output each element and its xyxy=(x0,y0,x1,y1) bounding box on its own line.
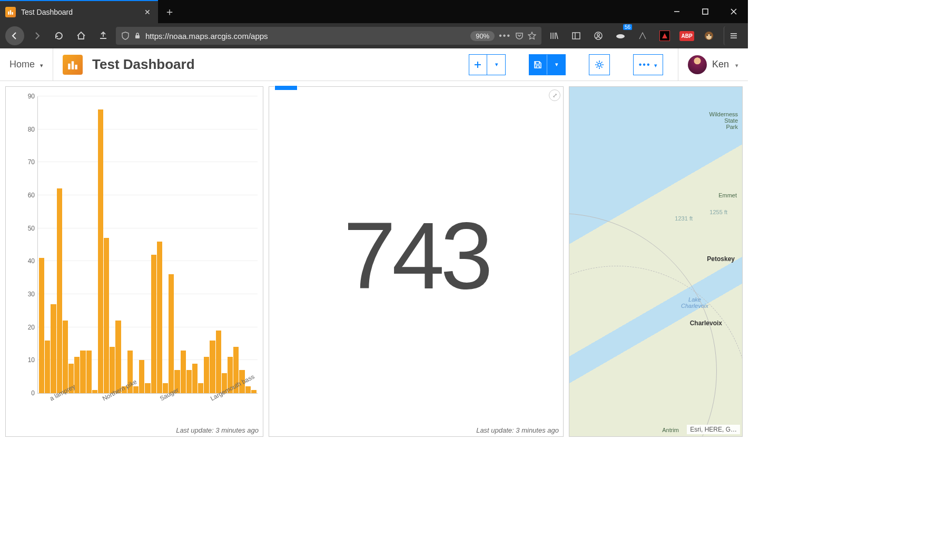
chart-footer: Last update: 3 minutes ago xyxy=(6,424,263,436)
tab-favicon xyxy=(5,7,16,17)
chart-bar[interactable] xyxy=(51,304,56,393)
chart-panel[interactable]: 0102030405060708090 a lampreyNorthern pi… xyxy=(5,86,263,437)
map-label: Wilderness State Park xyxy=(709,111,738,130)
indicator-footer: Last update: 3 minutes ago xyxy=(269,424,563,436)
new-tab-button[interactable]: ＋ xyxy=(158,0,181,23)
map-panel[interactable]: Wilderness State Park Emmet 1255 ft 1231… xyxy=(569,86,743,437)
lock-icon[interactable] xyxy=(134,32,141,39)
window-close-button[interactable] xyxy=(719,0,748,23)
chart-bar[interactable] xyxy=(169,274,174,393)
hamburger-menu-icon[interactable] xyxy=(724,26,743,45)
chart-bar[interactable] xyxy=(157,242,162,393)
svg-rect-0 xyxy=(8,12,9,15)
save-button[interactable] xyxy=(529,54,566,75)
gear-icon xyxy=(595,60,604,69)
chart-bar[interactable] xyxy=(57,188,62,393)
chevron-down-icon xyxy=(487,55,505,75)
chart-bar[interactable] xyxy=(110,347,115,393)
drag-handle[interactable] xyxy=(274,85,298,91)
home-dropdown[interactable]: Home xyxy=(9,48,53,81)
chart-bar[interactable] xyxy=(145,383,150,393)
chevron-down-icon xyxy=(734,60,738,69)
map-label: Petoskey xyxy=(707,255,735,263)
app-header: Home Test Dashboard ••• Ken xyxy=(0,48,748,81)
browser-tab[interactable]: Test Dashboard ✕ xyxy=(0,0,158,23)
bookshelf-icon[interactable] xyxy=(545,26,564,45)
map-label: 1231 ft xyxy=(675,215,693,222)
chart-bar[interactable] xyxy=(80,351,85,393)
chart-bar[interactable] xyxy=(245,386,251,393)
home-icon[interactable] xyxy=(72,26,91,45)
app-logo xyxy=(63,55,83,75)
svg-rect-2 xyxy=(12,12,13,15)
chevron-down-icon xyxy=(547,55,565,75)
save-icon xyxy=(529,55,547,75)
forward-button[interactable] xyxy=(27,26,46,45)
chart-bar[interactable] xyxy=(151,255,156,393)
back-button[interactable] xyxy=(5,26,24,45)
svg-rect-22 xyxy=(75,65,77,69)
shield-icon[interactable] xyxy=(121,32,130,40)
chart-bar[interactable] xyxy=(192,364,198,393)
avatar xyxy=(688,55,707,74)
user-name: Ken xyxy=(712,59,729,70)
monkey-extension-icon[interactable] xyxy=(699,26,718,45)
svg-rect-7 xyxy=(135,35,140,38)
chart-bar[interactable] xyxy=(133,386,139,393)
user-menu[interactable]: Ken xyxy=(678,48,738,81)
svg-rect-8 xyxy=(573,33,580,39)
svg-rect-4 xyxy=(703,9,708,14)
indicator-panel[interactable]: ⤢ 743 Last update: 3 minutes ago xyxy=(269,86,564,437)
chart-bar[interactable] xyxy=(86,351,92,393)
svg-rect-20 xyxy=(68,63,70,69)
reload-button[interactable] xyxy=(50,26,68,45)
page-actions-icon[interactable]: ••• xyxy=(499,31,511,41)
chart-bar[interactable] xyxy=(45,341,50,393)
close-tab-icon[interactable]: ✕ xyxy=(144,8,151,16)
chart-bar[interactable] xyxy=(92,390,97,393)
expand-icon[interactable]: ⤢ xyxy=(549,89,560,101)
map-label: Emmet xyxy=(718,192,737,198)
settings-button[interactable] xyxy=(589,54,610,75)
svg-rect-1 xyxy=(10,10,11,14)
chart-bar[interactable] xyxy=(251,390,257,393)
chart-bar[interactable] xyxy=(104,238,109,393)
window-maximize-button[interactable] xyxy=(691,0,719,23)
chart-bar[interactable] xyxy=(139,360,144,393)
chart-bar[interactable] xyxy=(115,321,121,393)
zoom-indicator[interactable]: 90% xyxy=(470,31,495,41)
map-label: Charlevoix xyxy=(690,319,722,327)
chart-bar[interactable] xyxy=(204,357,209,393)
indicator-value: 743 xyxy=(269,87,563,424)
more-options-button[interactable]: ••• xyxy=(633,54,663,75)
svg-point-12 xyxy=(616,34,625,38)
map-canvas[interactable]: Wilderness State Park Emmet 1255 ft 1231… xyxy=(569,87,742,436)
chart-bar[interactable] xyxy=(181,351,186,393)
map-label: 1255 ft xyxy=(709,209,727,215)
window-titlebar: Test Dashboard ✕ ＋ xyxy=(0,0,748,23)
add-element-button[interactable] xyxy=(469,54,506,75)
chart-bar[interactable] xyxy=(98,109,103,393)
svg-rect-21 xyxy=(72,61,74,69)
sidebar-icon[interactable] xyxy=(567,26,586,45)
adblock-extension-icon[interactable]: ABP xyxy=(677,26,696,45)
chevron-down-icon xyxy=(39,59,43,70)
weather-extension-icon[interactable]: 56 xyxy=(611,26,630,45)
account-icon[interactable] xyxy=(589,26,608,45)
pdf-extension-icon[interactable] xyxy=(655,26,674,45)
pocket-icon[interactable] xyxy=(515,32,524,40)
bookmark-star-icon[interactable] xyxy=(528,32,536,40)
library-icon[interactable] xyxy=(94,26,113,45)
window-minimize-button[interactable] xyxy=(663,0,691,23)
map-label: Antrim xyxy=(662,427,679,433)
url-bar[interactable]: https://noaa.maps.arcgis.com/apps 90% ••… xyxy=(116,27,541,45)
chart-bar[interactable] xyxy=(210,341,215,393)
chart-bar[interactable] xyxy=(39,258,44,393)
chart-bar[interactable] xyxy=(63,321,68,393)
bar-chart: 0102030405060708090 a lampreyNorthern pi… xyxy=(6,87,263,424)
svg-point-16 xyxy=(710,35,712,36)
chart-bar[interactable] xyxy=(216,331,221,393)
chart-bar[interactable] xyxy=(186,370,192,393)
chart-bar[interactable] xyxy=(198,383,203,393)
extension-icon-1[interactable] xyxy=(633,26,652,45)
